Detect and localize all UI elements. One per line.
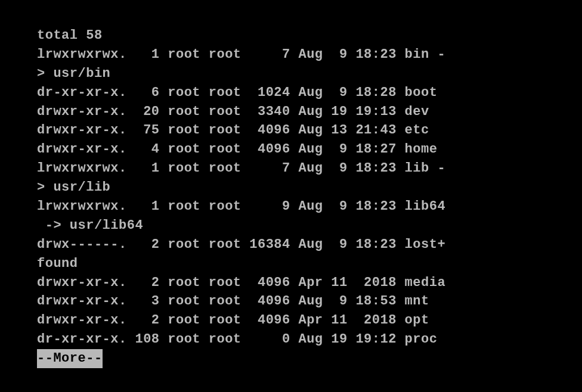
more-prompt[interactable]: --More-- — [37, 349, 103, 368]
terminal-output: total 58 lrwxrwxrwx. 1 root root 7 Aug 9… — [37, 26, 582, 349]
